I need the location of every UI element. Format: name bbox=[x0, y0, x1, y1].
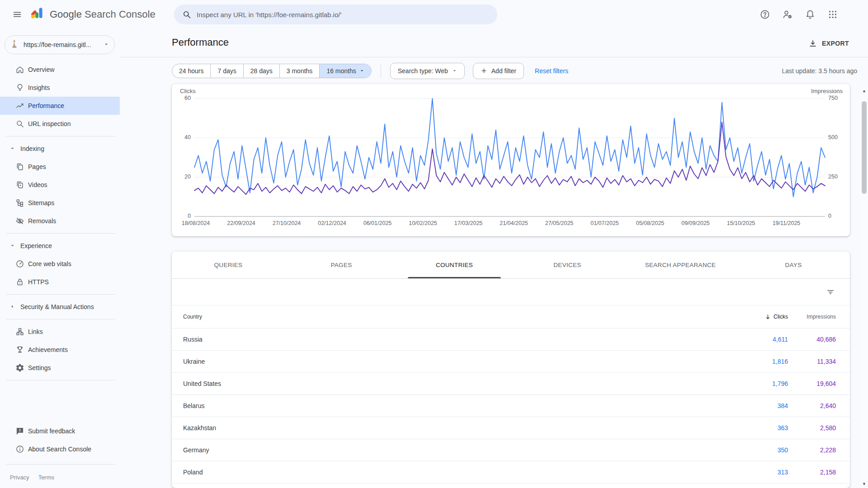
sidebar-section-experience[interactable]: Experience bbox=[0, 237, 120, 255]
table-row-poland[interactable]: Poland3132,158 bbox=[172, 461, 850, 483]
sidebar-section-security-manual-actions[interactable]: Security & Manual Actions bbox=[0, 298, 120, 316]
section-label: Security & Manual Actions bbox=[20, 303, 94, 310]
sidebar-item-label: HTTPS bbox=[28, 278, 49, 286]
date-range-chip-28-days[interactable]: 28 days bbox=[243, 64, 279, 78]
date-range-chip-3-months[interactable]: 3 months bbox=[279, 64, 320, 78]
caret-down-icon bbox=[10, 145, 15, 152]
dimension-tabs: QUERIESPAGESCOUNTRIESDEVICESSEARCH APPEA… bbox=[172, 252, 850, 279]
impressions-cell[interactable]: 11,334 bbox=[788, 358, 850, 365]
home-icon bbox=[15, 65, 24, 74]
sidebar-item-removals[interactable]: Removals bbox=[0, 212, 120, 230]
apps-grid-icon[interactable] bbox=[826, 8, 839, 21]
table-row-ukraine[interactable]: Ukraine1,81611,334 bbox=[172, 351, 850, 373]
table-row-russia[interactable]: Russia4,61140,686 bbox=[172, 328, 850, 351]
clicks-cell[interactable]: 1,796 bbox=[734, 380, 788, 387]
impressions-cell[interactable]: 2,158 bbox=[788, 469, 850, 476]
scrollbar-thumb[interactable] bbox=[862, 101, 867, 194]
sidebar-item-settings[interactable]: Settings bbox=[0, 359, 120, 377]
table-filter-row bbox=[172, 279, 850, 305]
tab-devices[interactable]: DEVICES bbox=[511, 252, 624, 278]
search-type-chip[interactable]: Search type: Web bbox=[390, 63, 465, 79]
lightbulb-icon bbox=[15, 83, 24, 92]
hamburger-menu-icon[interactable] bbox=[8, 5, 26, 23]
sidebar-section-indexing[interactable]: Indexing bbox=[0, 140, 120, 158]
country-cell: Russia bbox=[172, 336, 734, 343]
tab-days[interactable]: DAYS bbox=[737, 252, 850, 278]
table-body: Russia4,61140,686Ukraine1,81611,334Unite… bbox=[172, 328, 850, 483]
sidebar-item-core-web-vitals[interactable]: Core web vitals bbox=[0, 255, 120, 273]
page-scrollbar: ▲ ▼ bbox=[860, 87, 868, 488]
impressions-cell[interactable]: 2,580 bbox=[788, 424, 850, 432]
table-row-united-states[interactable]: United States1,79619,604 bbox=[172, 373, 850, 395]
search-console-logo[interactable]: Google Search Console bbox=[30, 5, 156, 24]
date-range-chip-24-hours[interactable]: 24 hours bbox=[172, 64, 210, 78]
divider bbox=[6, 319, 115, 319]
x-axis-tick: 06/01/2025 bbox=[356, 220, 399, 226]
sidebar-item-about-search-console[interactable]: About Search Console bbox=[0, 440, 120, 458]
sidebar-item-links[interactable]: Links bbox=[0, 323, 120, 341]
performance-icon bbox=[15, 101, 24, 110]
sidebar-item-label: Settings bbox=[28, 364, 51, 371]
date-range-chips: 24 hours7 days28 days3 months16 months bbox=[172, 64, 372, 78]
terms-link[interactable]: Terms bbox=[38, 474, 54, 481]
help-icon[interactable] bbox=[759, 8, 771, 21]
tab-pages[interactable]: PAGES bbox=[285, 252, 398, 278]
divider bbox=[6, 233, 115, 234]
sidebar-item-achievements[interactable]: Achievements bbox=[0, 341, 120, 359]
country-cell: United States bbox=[172, 380, 734, 387]
table-row-germany[interactable]: Germany3502,228 bbox=[172, 439, 850, 461]
add-filter-chip[interactable]: Add filter bbox=[473, 63, 524, 79]
clicks-column-header[interactable]: Clicks bbox=[734, 314, 788, 320]
chevron-down-icon bbox=[452, 68, 457, 73]
eye-off-icon bbox=[15, 216, 24, 225]
sidebar-item-performance[interactable]: Performance bbox=[0, 97, 120, 115]
filter-list-icon[interactable] bbox=[825, 286, 836, 298]
property-selector[interactable]: https://foe-remains.gitl... bbox=[5, 35, 115, 54]
sidebar-item-pages[interactable]: Pages bbox=[0, 158, 120, 176]
tab-search-appearance[interactable]: SEARCH APPEARANCE bbox=[624, 252, 737, 278]
url-inspect-input[interactable] bbox=[197, 11, 489, 19]
sidebar-item-label: Sitemaps bbox=[28, 199, 54, 206]
table-row-kazakhstan[interactable]: Kazakhstan3632,580 bbox=[172, 417, 850, 439]
privacy-link[interactable]: Privacy bbox=[10, 474, 29, 481]
scroll-up-icon[interactable]: ▲ bbox=[862, 87, 866, 95]
clicks-cell[interactable]: 350 bbox=[734, 446, 788, 454]
clicks-cell[interactable]: 363 bbox=[734, 424, 788, 432]
sidebar-item-https[interactable]: HTTPS bbox=[0, 273, 120, 291]
x-axis-tick: 17/03/2025 bbox=[447, 220, 490, 226]
left-axis-tick: 20 bbox=[177, 174, 191, 180]
clicks-cell[interactable]: 1,816 bbox=[734, 358, 788, 365]
export-button[interactable]: EXPORT bbox=[808, 36, 849, 51]
country-cell: Ukraine bbox=[172, 358, 734, 365]
sidebar-item-insights[interactable]: Insights bbox=[0, 79, 120, 97]
app-title: Google Search Console bbox=[50, 9, 156, 20]
impressions-cell[interactable]: 2,640 bbox=[788, 402, 850, 409]
reset-filters-link[interactable]: Reset filters bbox=[535, 67, 568, 75]
scroll-down-icon[interactable]: ▼ bbox=[862, 480, 866, 488]
sidebar-item-label: Performance bbox=[28, 102, 64, 109]
table-header-row: Country Clicks Impressions bbox=[172, 305, 850, 328]
clicks-cell[interactable]: 384 bbox=[734, 402, 788, 409]
x-axis-tick: 27/05/2025 bbox=[538, 220, 581, 226]
notifications-bell-icon[interactable] bbox=[804, 8, 816, 21]
manage-users-icon[interactable] bbox=[781, 8, 794, 21]
sidebar-item-sitemaps[interactable]: Sitemaps bbox=[0, 194, 120, 212]
date-range-chip-16-months[interactable]: 16 months bbox=[319, 64, 371, 78]
tab-queries[interactable]: QUERIES bbox=[172, 252, 285, 278]
sidebar-item-overview[interactable]: Overview bbox=[0, 61, 120, 79]
impressions-cell[interactable]: 40,686 bbox=[788, 336, 850, 343]
sidebar-item-label: About Search Console bbox=[28, 446, 91, 453]
date-range-chip-7-days[interactable]: 7 days bbox=[210, 64, 243, 78]
sidebar-item-submit-feedback[interactable]: Submit feedback bbox=[0, 422, 120, 440]
table-row-belarus[interactable]: Belarus3842,640 bbox=[172, 395, 850, 417]
impressions-cell[interactable]: 2,228 bbox=[788, 446, 850, 454]
sidebar-item-url-inspection[interactable]: URL inspection bbox=[0, 115, 120, 133]
x-axis-tick: 09/09/2025 bbox=[674, 220, 717, 226]
x-axis-tick: 19/11/2025 bbox=[765, 220, 808, 226]
impressions-cell[interactable]: 19,604 bbox=[788, 380, 850, 387]
sidebar-item-label: URL inspection bbox=[28, 120, 71, 127]
tab-countries[interactable]: COUNTRIES bbox=[398, 252, 511, 278]
sidebar-item-videos[interactable]: Videos bbox=[0, 176, 120, 194]
clicks-cell[interactable]: 313 bbox=[734, 469, 788, 476]
clicks-cell[interactable]: 4,611 bbox=[734, 336, 788, 343]
